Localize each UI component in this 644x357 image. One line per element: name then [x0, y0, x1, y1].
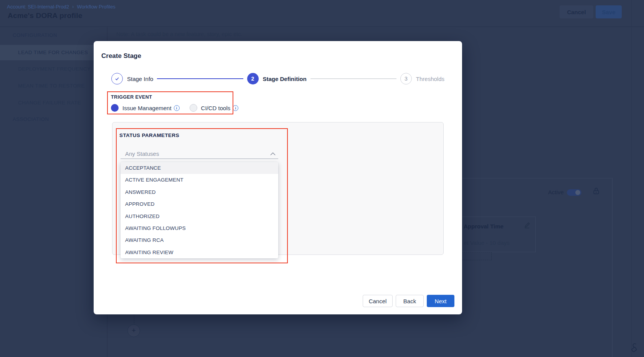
edit-pencil-icon[interactable]: [523, 221, 531, 229]
info-icon[interactable]: i: [233, 105, 238, 111]
unlock-icon[interactable]: [627, 341, 641, 355]
check-icon: [114, 76, 120, 81]
sidebar-item-change-failure-rate[interactable]: CHANGE FAILURE RATE: [0, 95, 107, 111]
step-label: Stage Info: [127, 76, 153, 82]
modal-title: Create Stage: [101, 52, 141, 60]
approval-card-value: et Value - 10 days: [464, 240, 510, 246]
add-stage-button[interactable]: +: [127, 324, 140, 337]
step-thresholds[interactable]: 3 Thresholds: [400, 73, 444, 84]
toggle-knob: [575, 190, 580, 195]
top-bar: Account: SEI-Internal-Prod2 › Workflow P…: [0, 0, 644, 27]
step-stage-info[interactable]: Stage Info: [111, 73, 153, 84]
sidebar-item-association[interactable]: ASSOCIATION: [13, 116, 49, 122]
header-cancel-button[interactable]: Cancel: [560, 5, 593, 18]
step-active-circle: 2: [247, 73, 259, 84]
step-label: Thresholds: [416, 76, 444, 82]
sidebar-item-lead-time-for-changes[interactable]: LEAD TIME FOR CHANGES: [0, 45, 107, 60]
stepper-connector-pending: [310, 78, 396, 79]
chevron-right-icon: ›: [72, 3, 74, 10]
note-text: Note: A task could be a new feature, sto…: [116, 31, 243, 37]
step-complete-circle: [111, 73, 123, 84]
modal-next-button[interactable]: Next: [427, 295, 454, 307]
page-title: Acme's DORA profile: [8, 12, 83, 20]
plus-icon: +: [132, 327, 136, 335]
annotation-rect-trigger-event: [107, 91, 233, 114]
step-upcoming-circle: 3: [400, 73, 412, 84]
sidebar-section-configuration: CONFIGURATION: [13, 32, 57, 38]
breadcrumb: Account: SEI-Internal-Prod2 › Workflow P…: [7, 3, 116, 10]
sidebar: CONFIGURATION LEAD TIME FOR CHANGES DEPL…: [0, 27, 107, 357]
breadcrumb-workflow-profiles-link[interactable]: Workflow Profiles: [77, 4, 116, 10]
breadcrumb-account-link[interactable]: Account: SEI-Internal-Prod2: [7, 4, 69, 10]
active-toggle[interactable]: [567, 189, 581, 196]
active-label: Active: [548, 189, 564, 195]
lock-icon: [593, 187, 599, 195]
stepper: Stage Info 2 Stage Definition 3 Threshol…: [111, 73, 444, 84]
sidebar-item-deployment-frequency[interactable]: DEPLOYMENT FREQUENCY: [0, 61, 107, 77]
modal-back-button[interactable]: Back: [396, 295, 424, 307]
modal-cancel-button[interactable]: Cancel: [363, 295, 393, 307]
stage-connector-dashed-line: [134, 314, 134, 325]
right-edge-divider: [631, 0, 632, 357]
step-label: Stage Definition: [263, 76, 307, 82]
header-save-button[interactable]: Save: [596, 5, 622, 18]
annotation-rect-status-parameters: [116, 128, 288, 263]
approval-card-title: Approval Time: [464, 223, 504, 230]
sidebar-item-mean-time-to-restore[interactable]: MEAN TIME TO RESTORE: [0, 78, 107, 94]
step-stage-definition[interactable]: 2 Stage Definition: [247, 73, 307, 84]
stepper-connector-done: [157, 78, 243, 79]
